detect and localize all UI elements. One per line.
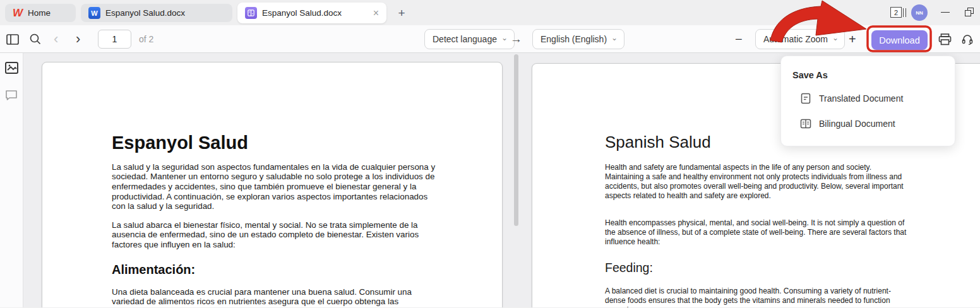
page-count-label: of 2: [139, 25, 153, 53]
close-tab-icon[interactable]: ×: [373, 8, 379, 18]
chevron-down-icon: ⌄: [611, 33, 618, 42]
avatar[interactable]: NN: [911, 4, 928, 21]
tab-bar: W Home W Espanyol Salud.docx Espanyol Sa…: [0, 0, 980, 25]
app-window: W Home W Espanyol Salud.docx Espanyol Sa…: [0, 0, 980, 307]
zoom-out-button[interactable]: −: [735, 25, 743, 53]
window-count-badge[interactable]: 2: [890, 7, 906, 18]
translated-paragraph: Health encompasses physical, mental, and…: [605, 218, 909, 247]
source-paragraph: La salud y la seguridad son aspectos fun…: [112, 162, 436, 211]
translated-paragraph: A balanced diet is crucial to maintainin…: [605, 287, 909, 307]
save-as-title: Save As: [792, 70, 828, 80]
sidebar-toggle-button[interactable]: [6, 25, 19, 53]
tab-translated-label: Espanyol Salud.docx: [262, 8, 342, 18]
save-as-menu: Save As Translated Document Bilingual Do…: [780, 56, 955, 146]
tab-home[interactable]: W Home: [5, 4, 76, 22]
translated-document-icon: [245, 7, 257, 19]
translated-heading: Feeding:: [605, 261, 909, 275]
zoom-level-dropdown[interactable]: Automatic Zoom ⌄: [755, 29, 845, 49]
menu-item-label: Bilingual Document: [819, 119, 895, 129]
wps-logo-icon: W: [13, 8, 23, 18]
source-paragraph: La salud abarca el bienestar físico, men…: [112, 220, 436, 250]
bilingual-icon: [800, 118, 811, 129]
download-button[interactable]: Download: [871, 30, 928, 50]
vertical-scrollbar[interactable]: [514, 54, 518, 226]
tab-word-document[interactable]: W Espanyol Salud.docx: [81, 4, 232, 22]
tab-word-label: Espanyol Salud.docx: [105, 8, 185, 18]
minimize-button[interactable]: [941, 12, 950, 13]
page-number-input[interactable]: [98, 30, 131, 49]
previous-page-button[interactable]: ‹: [54, 25, 58, 53]
print-icon[interactable]: [938, 25, 952, 53]
thumbnails-panel-icon[interactable]: [5, 62, 18, 76]
restore-window-button[interactable]: [965, 8, 974, 17]
source-heading: Alimentación:: [112, 263, 436, 277]
translate-direction-arrow-icon: →: [510, 25, 522, 53]
word-document-icon: W: [88, 7, 100, 19]
stacked-windows-icon: [903, 8, 906, 17]
source-language-dropdown[interactable]: Detect language ⌄: [424, 29, 515, 49]
menu-item-label: Translated Document: [819, 93, 903, 104]
source-page-content: Espanyol Salud La salud y la seguridad s…: [112, 133, 436, 307]
zoom-in-button[interactable]: +: [849, 25, 856, 53]
translated-page-content: Spanish Salud Health and safety are fund…: [605, 133, 909, 307]
source-page[interactable]: Espanyol Salud La salud y la seguridad s…: [42, 62, 503, 307]
target-language-dropdown[interactable]: English (English) ⌄: [532, 29, 624, 49]
support-headset-icon[interactable]: [961, 25, 974, 53]
tab-translated-document[interactable]: Espanyol Salud.docx ×: [237, 3, 386, 23]
search-icon[interactable]: [30, 25, 41, 53]
target-language-value: English (English): [541, 34, 607, 44]
source-language-value: Detect language: [433, 34, 497, 44]
next-page-button[interactable]: ›: [76, 25, 80, 53]
source-paragraph: Una dieta balanceada es crucial para man…: [112, 287, 436, 307]
window-count-value: 2: [890, 7, 902, 18]
new-tab-button[interactable]: +: [394, 6, 409, 21]
source-title: Espanyol Salud: [112, 133, 436, 153]
chevron-down-icon: ⌄: [832, 33, 839, 42]
left-rail: [0, 53, 23, 307]
menu-item-translated-document[interactable]: Translated Document: [781, 88, 955, 109]
menu-item-bilingual-document[interactable]: Bilingual Document: [781, 113, 955, 134]
toolbar: ‹ › of 2 Detect language ⌄ → English (En…: [0, 25, 980, 53]
comments-panel-icon[interactable]: [5, 90, 18, 104]
tab-home-label: Home: [28, 8, 51, 18]
zoom-level-value: Automatic Zoom: [763, 34, 828, 44]
translated-paragraph: Health and safety are fundamental aspect…: [605, 163, 909, 201]
document-viewer: Espanyol Salud La salud y la seguridad s…: [0, 53, 980, 307]
document-icon: [800, 93, 811, 104]
chevron-down-icon: ⌄: [501, 33, 508, 42]
